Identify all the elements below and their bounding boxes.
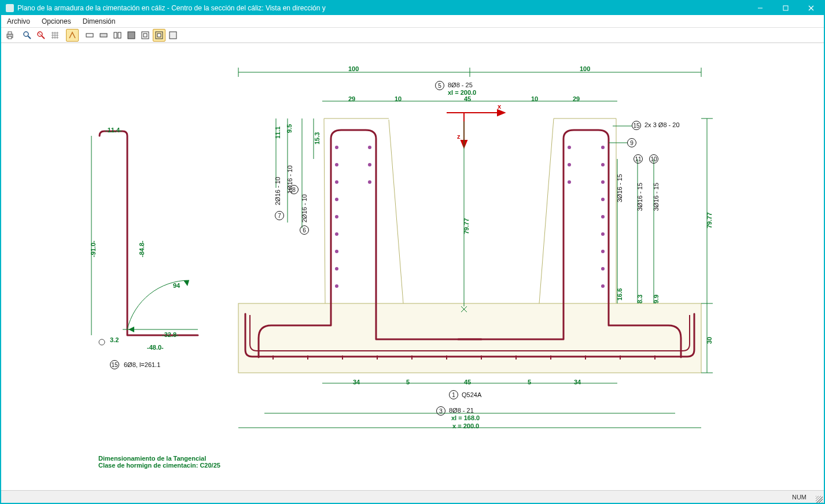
bar-marker-3: 3 [436, 406, 445, 416]
svg-point-50 [335, 198, 338, 201]
bar-11-label: 3Ø16 - 15 [636, 183, 643, 211]
dim-b5a: 5 [406, 379, 410, 386]
dim-radius: 3.2 [110, 336, 119, 343]
svg-line-10 [42, 36, 45, 39]
axis-x-label: x [498, 103, 501, 110]
bar-marker-10: 10 [649, 154, 658, 164]
svg-marker-88 [183, 280, 189, 286]
bar-15-label2: 2x 3 Ø8 - 20 [644, 121, 680, 128]
dim-166: 16.6 [616, 288, 623, 301]
dim-xi200: xI = 200.0 [448, 89, 476, 96]
bar-3-label: 8Ø8 - 21 [449, 407, 474, 414]
view2-icon[interactable] [97, 29, 110, 42]
svg-rect-18 [143, 34, 147, 37]
print-icon[interactable] [3, 29, 16, 42]
view1-icon[interactable] [83, 29, 96, 42]
menu-dimension[interactable]: Dimensión [77, 17, 121, 25]
dim-left-bot2: -48.0- [147, 344, 164, 351]
footer-line2: Clase de hormign de cimentacin: C20/25 [98, 462, 220, 469]
svg-rect-20 [157, 34, 161, 37]
bar-10-label: 3Ø16 - 15 [616, 174, 623, 202]
svg-point-67 [601, 284, 605, 288]
toolbar [1, 28, 824, 43]
app-icon [6, 4, 14, 12]
bar-7-label: 2Ø16 - 10 [274, 177, 281, 205]
zoom-extents-icon[interactable] [35, 29, 47, 42]
svg-point-55 [335, 284, 338, 288]
resize-grip-icon[interactable] [816, 496, 823, 503]
svg-point-62 [601, 198, 605, 201]
view6-icon[interactable] [153, 29, 165, 42]
drawing-canvas[interactable]: -11.4- -84.8- -91.0- 94 3.2 -32.8- -48.0… [1, 43, 824, 490]
status-num: NUM [792, 494, 806, 501]
dim-c7977: 79.77 [463, 218, 470, 234]
group-toggle-icon[interactable] [66, 29, 79, 42]
grid-icon[interactable] [49, 29, 61, 42]
dim-b5b: 5 [528, 379, 531, 386]
svg-point-91 [99, 339, 105, 345]
bar-marker-1: 1 [449, 390, 458, 399]
dim-99: 9.9 [653, 295, 660, 303]
bar-6-label: 2Ø16 - 10 [301, 194, 308, 223]
menubar: Archivo Opciones Dimensión [1, 15, 824, 28]
svg-rect-15 [118, 32, 121, 38]
svg-point-60 [601, 163, 605, 166]
svg-point-68 [568, 146, 571, 149]
svg-rect-14 [114, 32, 117, 38]
view4-icon[interactable] [125, 29, 138, 42]
axis-z-label: z [457, 133, 461, 140]
dim-100b: 100 [580, 65, 590, 72]
bar-15-label: 6Ø8, l=261.1 [124, 361, 160, 368]
svg-rect-6 [8, 36, 12, 39]
svg-rect-13 [100, 34, 107, 37]
bar-marker-5: 5 [435, 81, 444, 90]
svg-point-54 [335, 267, 338, 270]
dim-angle: 94 [173, 282, 180, 289]
titlebar: Plano de la armadura de la cimentación e… [1, 1, 824, 15]
svg-marker-29 [498, 110, 504, 116]
svg-point-66 [601, 267, 605, 270]
bar-marker-15: 15 [632, 121, 641, 130]
zoom-in-icon[interactable] [21, 29, 34, 42]
svg-marker-89 [128, 327, 134, 332]
view3-icon[interactable] [111, 29, 124, 42]
view5-icon[interactable] [139, 29, 152, 42]
dim-153: 15.3 [314, 132, 321, 144]
svg-point-47 [335, 146, 338, 149]
svg-point-64 [601, 232, 605, 236]
svg-point-59 [601, 146, 605, 149]
minimize-button[interactable] [747, 1, 773, 15]
svg-point-70 [568, 180, 571, 184]
dim-xi168: xI = 168.0 [451, 414, 480, 421]
svg-point-52 [335, 232, 338, 236]
dim-10b: 10 [531, 95, 538, 102]
svg-point-69 [568, 163, 571, 166]
bar-marker-8: 8 [289, 185, 299, 194]
svg-point-57 [368, 163, 371, 166]
bar-5-label: 8Ø8 - 25 [448, 81, 473, 88]
dim-r7977: 79.77 [706, 212, 713, 228]
menu-opciones[interactable]: Opciones [36, 17, 77, 25]
maximize-button[interactable] [773, 1, 798, 15]
bar-marker-6: 6 [300, 225, 309, 235]
view7-icon[interactable] [167, 29, 179, 42]
svg-point-56 [368, 146, 371, 149]
bar-marker-7: 7 [275, 211, 284, 220]
svg-point-51 [335, 215, 338, 218]
dim-30: 30 [706, 337, 713, 344]
svg-line-11 [38, 32, 42, 36]
svg-point-49 [335, 180, 338, 184]
window-title: Plano de la armadura de la cimentación e… [17, 4, 326, 12]
svg-rect-22 [238, 303, 701, 373]
svg-point-65 [601, 250, 605, 253]
close-button[interactable] [798, 1, 824, 15]
dim-111: 11.1 [274, 127, 281, 139]
svg-rect-5 [8, 32, 12, 34]
menu-archivo[interactable]: Archivo [1, 17, 36, 25]
dim-95: 9.5 [286, 124, 293, 133]
bar-marker-11: 11 [634, 154, 643, 164]
dim-83: 8.3 [636, 295, 643, 303]
svg-point-7 [24, 32, 28, 36]
dim-left-height: -91.0- [90, 240, 97, 257]
dim-b45: 45 [464, 379, 471, 386]
